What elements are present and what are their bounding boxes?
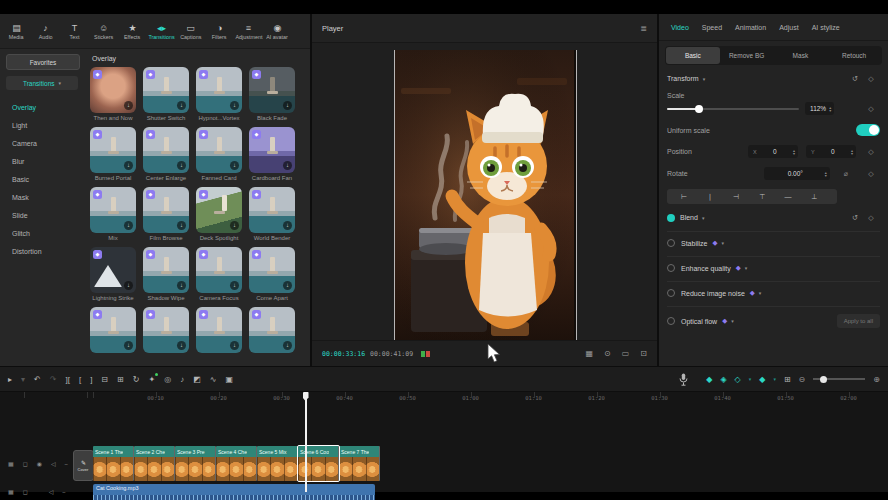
subtab-retouch[interactable]: Retouch: [827, 47, 881, 64]
uniform-scale-toggle[interactable]: [856, 124, 880, 136]
extract-audio-icon[interactable]: ♪: [180, 375, 184, 384]
section-optical-flow[interactable]: Optical flow ◆ ▾ Apply to all: [667, 314, 880, 328]
scale-value-field[interactable]: 112% ▴▾: [805, 102, 834, 115]
transition-tile[interactable]: ◆ ↓ Mix: [90, 187, 136, 243]
tool-media[interactable]: ▤ Media: [2, 23, 31, 40]
trim-left-icon[interactable]: [: [79, 375, 81, 384]
keyframe-icon[interactable]: ◇: [862, 214, 880, 222]
main-track-icon[interactable]: ▦: [8, 460, 14, 467]
mask-icon[interactable]: ◎: [164, 375, 171, 384]
collapse-track-icon[interactable]: −: [65, 461, 69, 467]
video-clip[interactable]: Scene 3 Pre: [175, 446, 216, 481]
video-clip[interactable]: Scene 2 Che: [134, 446, 175, 481]
transition-tile[interactable]: ◆ ↓ Lightning Strike: [90, 247, 136, 303]
select-tool-icon[interactable]: ▸: [8, 375, 12, 384]
transition-tile[interactable]: ◆ ↓ Center Enlarge: [143, 127, 189, 183]
transition-tile[interactable]: ◆ ↓ Shadow Wipe: [143, 247, 189, 303]
trim-right-icon[interactable]: ]: [90, 375, 92, 384]
transition-tile[interactable]: ◆ ↓ Fanned Card: [196, 127, 242, 183]
freeze-icon[interactable]: ⊞: [117, 375, 124, 384]
sidebar-item-glitch[interactable]: Glitch: [6, 224, 86, 242]
collapse-track-icon[interactable]: −: [62, 489, 66, 495]
transition-tile[interactable]: ◆ ↓: [143, 307, 189, 363]
lock-track-icon[interactable]: ◻: [23, 488, 28, 495]
focus-icon[interactable]: ⊙: [604, 349, 611, 358]
tab-video[interactable]: Video: [671, 24, 689, 31]
section-checkbox[interactable]: [667, 264, 675, 272]
redo-icon[interactable]: ↷: [50, 375, 57, 384]
tab-speed[interactable]: Speed: [702, 24, 722, 31]
mute-track-icon[interactable]: ◁: [49, 488, 54, 495]
tab-ai-stylize[interactable]: AI stylize: [812, 24, 840, 31]
video-clip[interactable]: Scene 5 Mix: [257, 446, 298, 481]
tool-transitions[interactable]: ◂▸ Transitions: [147, 23, 176, 40]
stepper-icon[interactable]: ▴▾: [825, 171, 827, 177]
reverse-icon[interactable]: ↻: [133, 375, 140, 384]
align-top-icon[interactable]: ⊤: [749, 193, 775, 201]
sidebar-item-light[interactable]: Light: [6, 116, 86, 134]
chevron-down-icon[interactable]: ▾: [703, 76, 706, 82]
timeline-zoom-slider[interactable]: [813, 375, 865, 383]
favorites-button[interactable]: Favorites: [6, 54, 80, 70]
transition-tile[interactable]: ◆ ↓: [249, 307, 295, 363]
transition-tile[interactable]: ◆ ↓ Come Apart: [249, 247, 295, 303]
sidebar-item-slide[interactable]: Slide: [6, 206, 86, 224]
tool-audio[interactable]: ♪ Audio: [31, 23, 60, 40]
reset-icon[interactable]: ↺: [848, 74, 862, 83]
reset-icon[interactable]: ↺: [848, 213, 862, 222]
chevron-down-icon[interactable]: ▾: [759, 290, 762, 296]
subtab-mask[interactable]: Mask: [774, 47, 828, 64]
mic-icon[interactable]: [679, 373, 688, 386]
tool-text[interactable]: T Text: [60, 23, 89, 40]
lock-track-icon[interactable]: ◻: [23, 460, 28, 467]
quality-icon[interactable]: ▦: [585, 349, 593, 358]
main-track-icon[interactable]: ▦: [8, 488, 14, 495]
subtab-remove-bg[interactable]: Remove BG: [720, 47, 774, 64]
transition-tile[interactable]: ◆ ↓ Cardboard Fan: [249, 127, 295, 183]
video-clip[interactable]: Scene 7 The: [339, 446, 380, 481]
align-right-icon[interactable]: ⊣: [723, 193, 749, 201]
tool-ai-avatar[interactable]: ◉ AI avatar: [263, 23, 292, 40]
section-reduce-image-noise[interactable]: Reduce image noise ◆ ▾: [667, 289, 880, 297]
keyframe-icon[interactable]: ◇: [862, 148, 880, 156]
category-dropdown[interactable]: Transitions ▾: [6, 76, 78, 90]
preview-axis-icon[interactable]: ⊞: [784, 375, 791, 384]
rotate-value-field[interactable]: 0.00° ▴▾: [764, 167, 830, 180]
tab-animation[interactable]: Animation: [735, 24, 766, 31]
section-checkbox[interactable]: [667, 289, 675, 297]
tool-captions[interactable]: ▭ Captions: [176, 23, 205, 40]
beat-icon[interactable]: ∿: [210, 375, 217, 384]
section-checkbox[interactable]: [667, 239, 675, 247]
player-settings-icon[interactable]: ≣: [640, 24, 647, 33]
section-enhance-quality[interactable]: Enhance quality ◆ ▾: [667, 264, 880, 272]
slider-handle[interactable]: [695, 105, 703, 113]
portrait-icon[interactable]: ◩: [193, 375, 201, 384]
tool-adjustment[interactable]: ≡ Adjustment: [234, 23, 263, 40]
split-icon[interactable]: ][: [65, 375, 69, 384]
transition-tile[interactable]: ◆ ↓ World Bender: [249, 187, 295, 243]
keyframe-toggle-icon[interactable]: ◆: [706, 375, 712, 384]
link-toggle-icon[interactable]: ◆: [759, 375, 765, 384]
tool-filters[interactable]: ◑ Filters: [205, 23, 234, 40]
video-clip[interactable]: Scene 1 The: [93, 446, 134, 481]
section-checkbox[interactable]: [667, 317, 675, 325]
keyframe-icon[interactable]: ◇: [862, 75, 880, 83]
tool-effects[interactable]: ★ Effects: [118, 23, 147, 40]
video-preview[interactable]: [394, 50, 577, 340]
align-center-horizontal-icon[interactable]: ∣: [697, 193, 723, 201]
timeline-zoom-in-icon[interactable]: ⊕: [873, 375, 880, 384]
transition-tile[interactable]: ◆ ↓ Shutter Switch: [143, 67, 189, 123]
position-x-field[interactable]: X 0 ▴▾: [748, 145, 798, 158]
transition-tile[interactable]: ◆ ↓ Camera Focus: [196, 247, 242, 303]
stepper-icon[interactable]: ▴▾: [793, 149, 795, 155]
position-y-field[interactable]: Y 0 ▴▾: [806, 145, 856, 158]
delete-icon[interactable]: ⊟: [101, 375, 108, 384]
hide-track-icon[interactable]: ◉: [37, 460, 42, 467]
cover-button[interactable]: ✎ Cover: [73, 450, 94, 481]
sidebar-item-blur[interactable]: Blur: [6, 152, 86, 170]
transition-tile[interactable]: ◆ ↓ Then and Now: [90, 67, 136, 123]
rotate-knob-icon[interactable]: ⌀: [844, 170, 848, 178]
transition-tile[interactable]: ◆ ↓ Film Browse: [143, 187, 189, 243]
stepper-icon[interactable]: ▴▾: [851, 149, 853, 155]
chevron-down-icon[interactable]: ▾: [731, 318, 734, 324]
